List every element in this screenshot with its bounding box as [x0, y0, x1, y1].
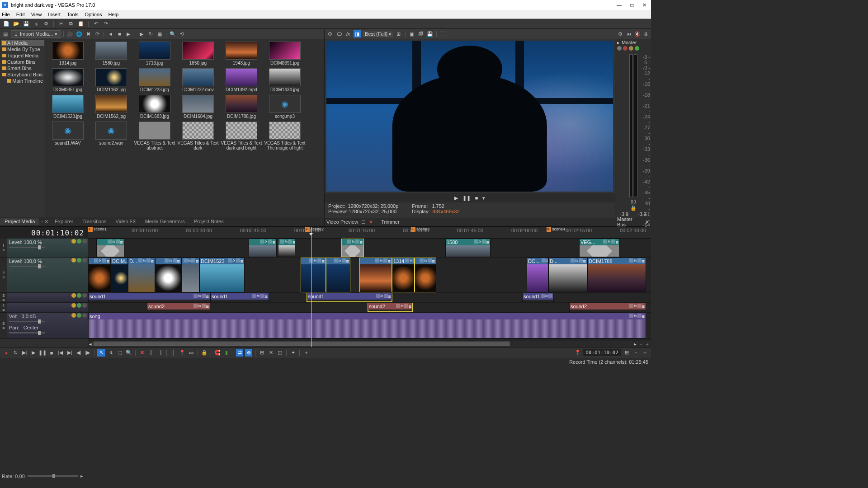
track-header[interactable]: 4≡ — [0, 303, 88, 313]
play-start-icon[interactable]: ▶| — [21, 349, 28, 357]
tree-item[interactable]: Media By Type — [1, 46, 44, 52]
media-views-icon[interactable]: ▤ — [2, 30, 9, 38]
track-header[interactable]: 3≡ — [0, 293, 88, 303]
menu-insert[interactable]: Insert — [48, 12, 61, 17]
normal-edit-icon[interactable]: ↖ — [97, 349, 105, 357]
media-thumb[interactable]: 1314.jpg — [47, 42, 89, 66]
loop-icon[interactable]: ↻ — [147, 30, 154, 38]
tab-media-generators[interactable]: Media Generators — [141, 218, 189, 225]
remove-icon[interactable]: ✖ — [85, 30, 92, 38]
close-button[interactable]: ✕ — [642, 2, 646, 8]
play-icon[interactable]: ▶ — [125, 30, 132, 38]
track-header[interactable]: 2≡Level: 100,0 % — [0, 258, 88, 293]
menubar[interactable]: FileEditViewInsertToolsOptionsHelp — [0, 10, 651, 19]
media-thumb[interactable]: DCIM0851.jpg — [47, 68, 89, 92]
redo-icon[interactable]: ↷ — [102, 20, 109, 28]
stop-button[interactable]: ■ — [48, 349, 55, 357]
tree-item[interactable]: All Media — [1, 40, 44, 46]
clip[interactable]: sound1fx≡ — [88, 293, 210, 302]
marker[interactable]: 4 — [547, 227, 551, 232]
media-thumb[interactable]: 1713.jpg — [134, 42, 175, 66]
media-thumb[interactable]: VEGAS Titles & Text The magic of light — [264, 122, 306, 150]
fx-automation-icon[interactable]: ✦ — [289, 349, 297, 357]
media-thumb[interactable]: 1850.jpg — [177, 42, 219, 66]
lock-icon[interactable]: 🔒 — [201, 349, 208, 357]
render-icon[interactable]: ⎆ — [33, 20, 40, 28]
menu-file[interactable]: File — [2, 12, 10, 17]
stop-button[interactable]: ■ — [475, 195, 478, 201]
clip[interactable]: fx≡ — [341, 239, 364, 257]
clip[interactable]: sound2fx≡ — [569, 303, 646, 312]
sort-icon[interactable]: ⟲ — [178, 30, 185, 38]
import-media-button[interactable]: ⤓ Import Media... ▾ — [11, 30, 61, 38]
menu-help[interactable]: Help — [108, 12, 118, 17]
clip[interactable]: sound1fx≡ — [307, 293, 392, 302]
preview-video[interactable] — [326, 41, 613, 192]
master-prev-icon[interactable]: ⏮ — [626, 30, 632, 38]
trim-end-icon[interactable]: ⟧ — [156, 349, 164, 357]
next-frame-icon[interactable]: |▶ — [84, 349, 91, 357]
trim-start-icon[interactable]: ⟦ — [147, 349, 155, 357]
media-thumb[interactable]: VEGAS Titles & Text dark — [177, 122, 219, 150]
split-screen-icon[interactable]: ◨ — [354, 30, 361, 38]
properties-icon[interactable]: ⚙ — [42, 20, 50, 28]
menu-view[interactable]: View — [31, 12, 42, 17]
overlays-icon[interactable]: ▣ — [408, 30, 415, 38]
clip[interactable]: DCIM...fx≡ — [111, 258, 128, 292]
go-end-icon[interactable]: ▶| — [66, 349, 73, 357]
timecode-display[interactable]: 00:01:10:02 — [0, 227, 88, 239]
clip[interactable]: fx≡ — [181, 258, 199, 292]
master-fx-icon[interactable] — [617, 46, 622, 51]
lock-icon[interactable]: 🔒 — [630, 205, 637, 211]
playhead[interactable] — [311, 227, 311, 347]
preview-quality-select[interactable]: Best (Full) ▾ — [363, 31, 393, 37]
pause-button[interactable]: ❚❚ — [462, 195, 471, 201]
clip[interactable]: fx≡ — [96, 239, 124, 257]
media-thumb[interactable]: song.mp3 — [264, 95, 306, 119]
marker[interactable]: 1 — [88, 227, 93, 232]
envelope-icon[interactable]: ↯ — [107, 349, 114, 357]
stop-icon[interactable]: ■ — [116, 30, 123, 38]
close-tab-icon[interactable]: ✕ — [369, 219, 373, 225]
prev-icon[interactable]: ◄ — [107, 30, 114, 38]
menu-tools[interactable]: Tools — [67, 12, 79, 17]
tl-zoom-icon[interactable]: ⊞ — [623, 349, 630, 357]
clip[interactable]: fx≡ — [415, 258, 436, 292]
media-thumb[interactable]: DCIM1788.jpg — [221, 95, 262, 119]
marker-icon[interactable]: 📍 — [179, 349, 186, 357]
clip[interactable]: 1314fx≡ — [392, 258, 415, 292]
media-thumb[interactable]: DCIM1232.mov — [177, 68, 219, 92]
preview-output-icon[interactable]: 🖵 — [335, 30, 343, 38]
media-grid[interactable]: 1314.jpg1580.jpg1713.jpg1850.jpg1943.jpg… — [45, 39, 324, 217]
tab-trimmer[interactable]: Trimmer — [381, 219, 400, 225]
tl-zoom-in-icon[interactable]: ＋ — [641, 349, 648, 357]
next-button[interactable]: ▾ — [482, 195, 485, 201]
copy-frame-icon[interactable]: 🗐 — [417, 30, 425, 38]
tree-item[interactable]: Storyboard Bins — [1, 71, 44, 78]
tree-item[interactable]: Smart Bins — [1, 65, 44, 71]
media-thumb[interactable]: DCIM1223.jpg — [134, 68, 175, 92]
media-thumb[interactable]: DCIM1683.jpg — [134, 95, 175, 119]
master-mute-icon[interactable] — [623, 46, 627, 51]
menu-edit[interactable]: Edit — [16, 12, 25, 17]
copy-icon[interactable]: ⧉ — [67, 20, 75, 28]
tab-transitions[interactable]: Transitions — [78, 218, 111, 225]
tl-zoom-out-icon[interactable]: － — [632, 349, 639, 357]
clip[interactable]: fx≡ — [326, 258, 350, 292]
select-icon[interactable]: ▦ — [156, 30, 163, 38]
master-down-icon[interactable]: ⇊ — [642, 30, 649, 38]
clip[interactable]: VEG...fx≡ — [579, 239, 620, 257]
track-header[interactable]: 1≡Level: 100,0 % — [0, 239, 88, 258]
clip[interactable]: DCIM1788fx≡ — [587, 258, 646, 292]
new-project-icon[interactable]: 📄 — [3, 20, 10, 28]
timeline-scrollbar[interactable]: ◂ ▸ －＋ — [88, 341, 651, 347]
auto-crossfade-icon[interactable]: ⊗ — [245, 349, 252, 357]
preview-props-icon[interactable]: ⚙ — [326, 30, 334, 38]
selection-icon[interactable]: ⬚ — [116, 349, 123, 357]
clip[interactable]: sound2fx≡ — [368, 303, 413, 312]
undock-icon[interactable] — [362, 220, 365, 224]
tab-project-notes[interactable]: Project Notes — [189, 218, 228, 225]
cut-icon[interactable]: ✂ — [57, 20, 65, 28]
clip[interactable]: D...fx≡ — [128, 258, 155, 292]
tree-item[interactable]: Main Timeline — [1, 78, 44, 84]
